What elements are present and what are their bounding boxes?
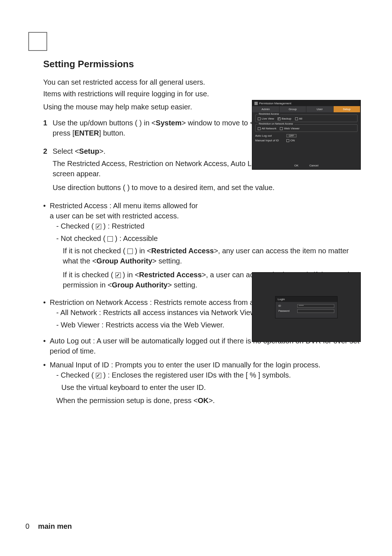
text: ) : Accessible bbox=[113, 234, 158, 242]
text: ) in < bbox=[121, 271, 139, 279]
text: Use the virtual keyboard to enter the us… bbox=[61, 382, 360, 392]
text: ) in < bbox=[133, 247, 151, 255]
intro-line: Items with restrictions will require log… bbox=[43, 89, 360, 99]
text: > setting. bbox=[152, 257, 182, 265]
user-icon bbox=[254, 102, 258, 105]
step-number: 1 bbox=[43, 118, 53, 140]
login-box: Login ID ***** Password bbox=[275, 296, 338, 318]
label: Backup bbox=[282, 117, 291, 120]
text: Checked ( bbox=[61, 371, 96, 379]
text: Checked ( bbox=[61, 222, 96, 230]
label: All bbox=[299, 117, 302, 120]
bullet-icon: • bbox=[43, 297, 50, 332]
text: Use the up/down buttons ( ) in < bbox=[53, 119, 156, 127]
id-input[interactable]: ***** bbox=[297, 304, 334, 308]
list-item: • Manual Input of ID : Prompts you to en… bbox=[43, 360, 360, 408]
checkbox-web-viewer[interactable]: Web Viewer bbox=[280, 127, 299, 130]
text: If it is checked ( bbox=[63, 271, 115, 279]
panel-title: Permission Management bbox=[259, 102, 291, 105]
panel-titlebar: Permission Management bbox=[252, 100, 360, 106]
bullet-icon: • bbox=[43, 336, 50, 356]
bold: Restricted Access bbox=[151, 247, 214, 255]
restricted-access-group: Restricted Access Live View Backup All bbox=[255, 114, 358, 122]
group-legend: Restriction on Network Access bbox=[258, 122, 294, 125]
tab-user[interactable]: User bbox=[306, 106, 334, 112]
bullet-icon: • bbox=[43, 360, 50, 408]
text: >. bbox=[209, 396, 215, 404]
bold: Group Authority bbox=[112, 281, 168, 289]
login-password-row: Password bbox=[278, 309, 334, 313]
text: ) : Restricted bbox=[101, 222, 144, 230]
tab-group[interactable]: Group bbox=[279, 106, 307, 112]
checkbox-icon bbox=[286, 139, 289, 142]
page-number: 0 bbox=[25, 522, 29, 530]
checkbox-icon bbox=[278, 117, 281, 120]
label: Manual Input of ID bbox=[255, 139, 283, 142]
checkbox-icon bbox=[258, 127, 261, 130]
text: > window to move to < bbox=[181, 119, 254, 127]
header-box bbox=[28, 32, 47, 51]
network-access-group: Restriction on Network Access All Networ… bbox=[255, 124, 358, 132]
checkbox-icon bbox=[295, 117, 298, 120]
step-number: 2 bbox=[43, 146, 53, 195]
manual-id-row: Manual Input of ID ON bbox=[255, 139, 358, 142]
text: Restriction on Network Access : Restrict… bbox=[50, 298, 260, 306]
panel-footer: OK Cancel bbox=[252, 164, 360, 167]
checked-icon bbox=[96, 373, 101, 378]
text: Use direction buttons ( ) to move to a d… bbox=[53, 182, 360, 193]
text: Restricted Access : All menu items allow… bbox=[50, 201, 202, 221]
footer-label: main men bbox=[38, 522, 72, 530]
unchecked-icon bbox=[127, 249, 133, 254]
bold: System bbox=[156, 119, 181, 127]
text: ) : Encloses the registered user IDs wit… bbox=[101, 371, 291, 379]
text: If it is not checked ( bbox=[63, 247, 127, 255]
text: Manual Input of ID : Prompts you to ente… bbox=[50, 360, 360, 370]
tab-admin[interactable]: Admin bbox=[252, 106, 279, 112]
permission-panel-mock: Permission Management Admin Group User S… bbox=[252, 100, 361, 170]
label: ON bbox=[290, 139, 295, 142]
auto-logout-value[interactable]: OFF bbox=[286, 134, 297, 137]
group-legend: Restricted Access bbox=[258, 113, 280, 115]
password-input[interactable] bbox=[297, 309, 334, 313]
checkbox-icon bbox=[280, 127, 283, 130]
text: When the permission setup is done, press… bbox=[56, 396, 198, 404]
bold: OK bbox=[198, 396, 209, 404]
label: All Network bbox=[262, 127, 276, 130]
text: Web Viewer : Restricts access via the We… bbox=[61, 321, 224, 329]
auto-logout-row: Auto Log out OFF bbox=[255, 134, 358, 137]
login-id-row: ID ***** bbox=[278, 304, 334, 308]
checkbox-manual-id[interactable]: ON bbox=[286, 139, 295, 142]
panel-body: Restricted Access Live View Backup All R… bbox=[252, 112, 360, 146]
cancel-button[interactable]: Cancel bbox=[309, 164, 318, 167]
login-panel-mock: Login ID ***** Password bbox=[252, 272, 361, 342]
bullet-icon: • bbox=[43, 201, 50, 294]
text: Not checked ( bbox=[61, 234, 107, 242]
text: ] button. bbox=[99, 129, 125, 137]
checkbox-liveview[interactable]: Live View bbox=[258, 117, 274, 120]
checked-icon bbox=[115, 273, 121, 278]
label: Password bbox=[278, 310, 295, 312]
checkbox-backup[interactable]: Backup bbox=[278, 117, 291, 120]
bold: Setup bbox=[79, 147, 99, 155]
label: ID bbox=[278, 305, 295, 307]
panel-tabs: Admin Group User Setup bbox=[252, 106, 360, 112]
page-footer: 0 main men bbox=[25, 522, 72, 531]
list-body: Manual Input of ID : Prompts you to ente… bbox=[50, 360, 360, 408]
tab-setup[interactable]: Setup bbox=[334, 106, 361, 112]
login-title: Login bbox=[275, 297, 337, 302]
section-title: Setting Permissions bbox=[43, 57, 360, 70]
intro-line: You can set restricted access for all ge… bbox=[43, 77, 360, 87]
label: Web Viewer bbox=[284, 127, 299, 130]
bold: ENTER bbox=[74, 129, 99, 137]
text: >. bbox=[99, 147, 105, 155]
bold: Group Authority bbox=[97, 257, 152, 265]
label: Live View bbox=[262, 117, 274, 120]
login-body: ID ***** Password bbox=[275, 302, 337, 318]
checkbox-all-network[interactable]: All Network bbox=[258, 127, 276, 130]
bold: Restricted Access bbox=[139, 271, 202, 279]
checkbox-all[interactable]: All bbox=[295, 117, 302, 120]
text: > setting. bbox=[168, 281, 197, 289]
text: Select < bbox=[53, 147, 79, 155]
label: Auto Log out bbox=[255, 134, 283, 137]
ok-button[interactable]: OK bbox=[294, 164, 299, 167]
